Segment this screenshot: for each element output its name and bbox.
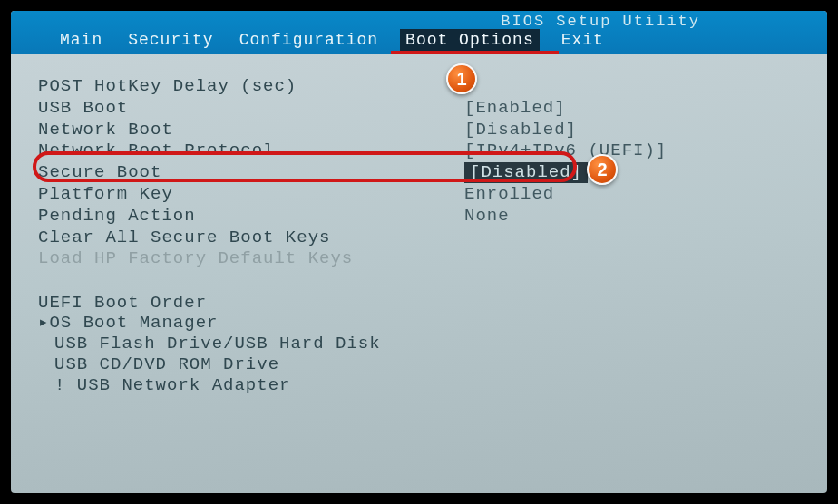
boot-order-title: UEFI Boot Order	[38, 293, 800, 313]
setting-usb-boot[interactable]: USB Boot [Enabled]	[38, 98, 800, 119]
menu-main[interactable]: Main	[56, 29, 106, 51]
setting-pending-action[interactable]: Pending Action None	[38, 206, 800, 227]
setting-label: Load HP Factory Default Keys	[38, 248, 464, 269]
setting-label: Secure Boot	[38, 162, 464, 183]
setting-platform-key[interactable]: Platform Key Enrolled	[38, 184, 800, 205]
boot-order-section: UEFI Boot Order OS Boot Manager USB Flas…	[38, 293, 800, 395]
menu-exit[interactable]: Exit	[558, 29, 608, 51]
annotation-badge-2: 2	[587, 154, 618, 185]
setting-label: POST HotKey Delay (sec)	[38, 76, 464, 97]
annotation-badge-1: 1	[446, 63, 477, 94]
menu-configuration[interactable]: Configuration	[236, 29, 382, 51]
setting-network-boot[interactable]: Network Boot [Disabled]	[38, 120, 800, 141]
setting-load-hp-default-keys: Load HP Factory Default Keys	[38, 248, 800, 269]
boot-order-os-boot-manager[interactable]: OS Boot Manager	[38, 313, 800, 334]
boot-order-usb-flash[interactable]: USB Flash Drive/USB Hard Disk	[38, 334, 800, 354]
setting-value: None	[464, 206, 510, 227]
boot-order-usb-cd-dvd[interactable]: USB CD/DVD ROM Drive	[38, 354, 800, 375]
setting-label: Platform Key	[38, 184, 464, 205]
setting-label: Network Boot	[38, 120, 464, 141]
menu-bar: Main Security Configuration Boot Options…	[56, 29, 608, 51]
menu-boot-options[interactable]: Boot Options	[400, 29, 540, 51]
setting-post-hotkey-delay[interactable]: POST HotKey Delay (sec)	[38, 76, 800, 97]
setting-value: [IPv4+IPv6 (UEFI)]	[464, 141, 667, 161]
setting-clear-secure-boot-keys[interactable]: Clear All Secure Boot Keys	[38, 228, 800, 248]
menu-security[interactable]: Security	[124, 29, 217, 51]
setting-secure-boot[interactable]: Secure Boot [Disabled]	[38, 162, 800, 183]
bios-header: BIOS Setup Utility Main Security Configu…	[11, 11, 827, 54]
bios-title: BIOS Setup Utility	[501, 13, 700, 30]
setting-label: USB Boot	[38, 98, 464, 119]
bios-content: POST HotKey Delay (sec) USB Boot [Enable…	[11, 54, 827, 417]
setting-value: [Disabled]	[464, 162, 588, 183]
setting-value: Enrolled	[464, 184, 554, 205]
setting-value: [Disabled]	[464, 120, 577, 141]
setting-label: Network Boot Protocol	[38, 141, 464, 161]
setting-label: Clear All Secure Boot Keys	[38, 228, 464, 248]
setting-label: Pending Action	[38, 206, 464, 227]
boot-order-usb-network[interactable]: ! USB Network Adapter	[38, 375, 800, 396]
setting-network-boot-protocol[interactable]: Network Boot Protocol [IPv4+IPv6 (UEFI)]	[38, 141, 800, 161]
bios-screen: BIOS Setup Utility Main Security Configu…	[11, 11, 827, 493]
setting-value: [Enabled]	[464, 98, 566, 119]
